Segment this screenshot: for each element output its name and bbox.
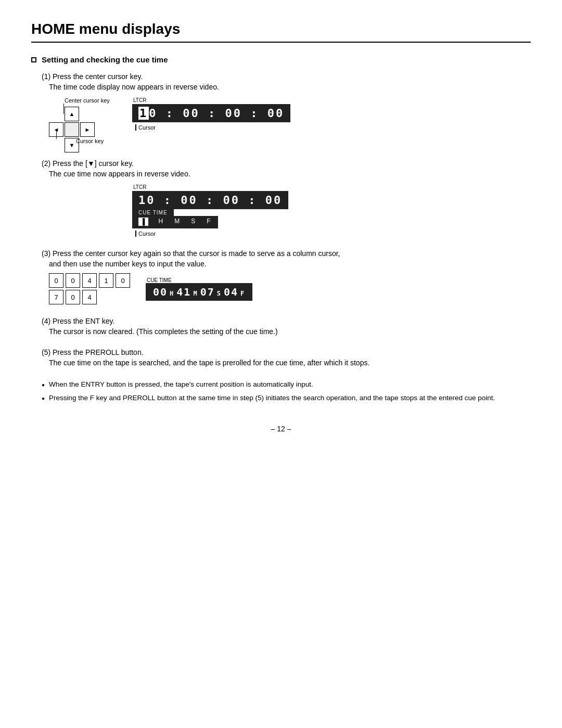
step-1-number: (1): [42, 72, 50, 81]
timecode-display-1: 10 : 00 : 00 : 00: [132, 104, 290, 122]
cursor-text-2: Cursor: [138, 231, 156, 237]
cuetime-result-label: CUE TIME: [147, 277, 172, 283]
step-3: (3) Press the center cursor key again so…: [42, 249, 531, 304]
numkey-0b: 0: [66, 273, 80, 288]
numkey-4a: 4: [82, 273, 97, 288]
page-number: – 12 –: [31, 425, 531, 433]
step-4: (4) Press the ENT key. The cursor is now…: [42, 317, 531, 336]
step-3-main: Press the center cursor key again so tha…: [53, 249, 340, 258]
key-empty-1: [49, 107, 63, 121]
cuetime-hmsf-row: ▐ H M S F: [132, 216, 218, 228]
step-2-header: (2) Press the [▼] cursor key.: [42, 159, 531, 168]
section-title: Setting and checking the cue time: [42, 55, 168, 64]
step-5-main: Press the PREROLL button.: [53, 348, 144, 356]
key-empty-2: [80, 107, 95, 121]
timecode-highlight: 1: [138, 107, 149, 120]
step-1-sub: The time code display now appears in rev…: [49, 83, 531, 91]
cuetime-result: CUE TIME 00 H 41 M 07 S 04 F: [146, 277, 252, 301]
cursor-arrow-2: [135, 231, 136, 237]
numkey-0d: 0: [66, 290, 80, 304]
cuetime-bar: ▐: [138, 218, 148, 226]
key-right: ►: [80, 122, 95, 137]
step-5-header: (5) Press the PREROLL button.: [42, 348, 531, 356]
bullet-1: When the ENTRY button is pressed, the ta…: [42, 379, 531, 390]
section-heading: Setting and checking the cue time: [31, 55, 531, 64]
section-icon: [31, 57, 36, 62]
key-up: ▲: [65, 107, 79, 121]
ltcr-label-1: LTCR: [133, 97, 146, 103]
numkey-0a: 0: [49, 273, 63, 288]
step-2-sub: The cue time now appears in reverse vide…: [49, 170, 531, 178]
cuetime-f: F: [207, 218, 211, 226]
cursor-key-diagram: Center cursor key ▲ ◄ ► ▼ Cursor key: [49, 97, 111, 147]
cuetime-41: 41: [176, 286, 191, 298]
numkey-row-2: 7 0 4: [49, 290, 130, 304]
step-2-diagram: LTCR 10 : 00 : 00 : 00 CUE TIME ▐ H M S …: [49, 184, 531, 237]
cuetime-s: S: [191, 218, 196, 226]
step-3-number: (3): [42, 249, 50, 258]
cursor-indicator-row-2: Cursor: [135, 231, 156, 237]
step-2: (2) Press the [▼] cursor key. The cue ti…: [42, 159, 531, 237]
cuetime-M: M: [193, 290, 198, 297]
cuetime-H: H: [170, 290, 174, 297]
ltcr-display-1: LTCR 10 : 00 : 00 : 00 Cursor: [132, 97, 290, 131]
numkey-row-1: 0 0 4 1 0: [49, 273, 130, 288]
numkey-1: 1: [99, 273, 113, 288]
page-title: HOME menu displays: [31, 21, 531, 43]
bullets-section: When the ENTRY button is pressed, the ta…: [42, 379, 531, 404]
step-5-sub: The cue time on the tape is searched, an…: [49, 359, 531, 367]
step-4-header: (4) Press the ENT key.: [42, 317, 531, 325]
cursor-arrow-1: [135, 124, 136, 131]
step-5-number: (5): [42, 348, 50, 356]
cursor-key-label: Cursor key: [76, 138, 104, 144]
numkey-4b: 4: [82, 290, 97, 304]
ltcr-label-2: LTCR: [133, 184, 146, 190]
numkey-7: 7: [49, 290, 63, 304]
step-4-number: (4): [42, 317, 50, 325]
cuetime-00: 00: [153, 286, 168, 298]
cuetime-m: M: [174, 218, 181, 226]
cursor-text-1: Cursor: [138, 124, 156, 131]
cuetime-row1: 10 : 00 : 00 : 00: [132, 191, 288, 209]
step-3-header: (3) Press the center cursor key again so…: [42, 249, 531, 258]
cuetime-S: S: [217, 290, 222, 297]
cuetime-result-display: 00 H 41 M 07 S 04 F: [146, 283, 252, 301]
step-1-main: Press the center cursor key.: [53, 72, 143, 81]
numkeys-col: 0 0 4 1 0 7 0 4: [49, 273, 130, 304]
step-1-header: (1) Press the center cursor key.: [42, 72, 531, 81]
key-empty-3: [49, 138, 63, 152]
step-1-diagram: Center cursor key ▲ ◄ ► ▼ Cursor key LTC: [49, 97, 531, 147]
bullet-2: Pressing the F key and PREROLL button at…: [42, 393, 531, 403]
cuetime-display: LTCR 10 : 00 : 00 : 00 CUE TIME ▐ H M S …: [132, 184, 288, 237]
cuetime-04: 04: [224, 286, 238, 298]
cuetime-F: F: [240, 290, 245, 297]
cuetime-label-row: CUE TIME: [132, 209, 174, 216]
step-1: (1) Press the center cursor key. The tim…: [42, 72, 531, 147]
step-5: (5) Press the PREROLL button. The cue ti…: [42, 348, 531, 367]
numkey-0c: 0: [116, 273, 130, 288]
cuetime-h: H: [159, 218, 164, 226]
numkeys-section: 0 0 4 1 0 7 0 4 CUE TIME 00 H 41 M 07 S: [49, 273, 531, 304]
step-3-sub: and then use the number keys to input th…: [49, 260, 531, 268]
key-center: [65, 122, 79, 137]
cursor-indicator-row-1: Cursor: [135, 124, 156, 131]
cuetime-07: 07: [200, 286, 215, 298]
cursor-key-grid: ▲ ◄ ► ▼: [49, 107, 95, 152]
center-cursor-label: Center cursor key: [65, 97, 110, 104]
step-2-main: Press the [▼] cursor key.: [53, 159, 134, 168]
step-4-sub: The cursor is now cleared. (This complet…: [49, 327, 531, 336]
step-4-main: Press the ENT key.: [53, 317, 114, 325]
down-label-line: [56, 131, 57, 139]
step-2-number: (2): [42, 159, 50, 168]
